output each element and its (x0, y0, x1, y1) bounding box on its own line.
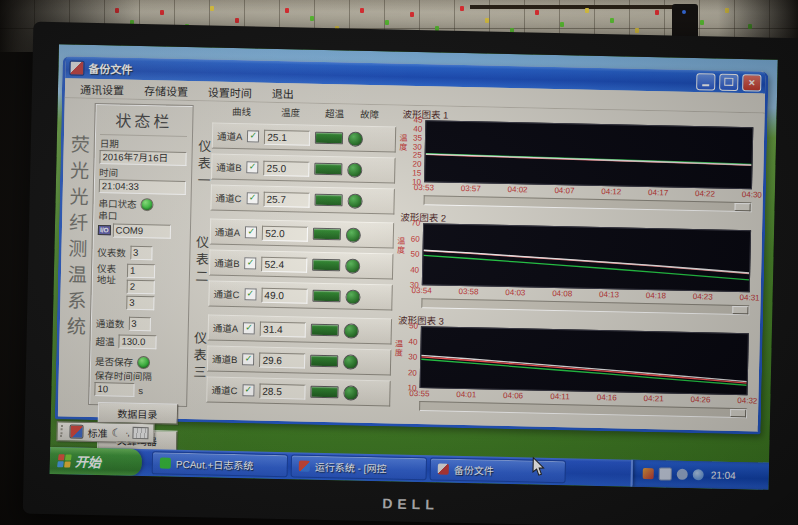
menu-comm-settings[interactable]: 通讯设置 (71, 78, 133, 99)
curve-checkbox[interactable]: ✓ (243, 322, 255, 334)
temperature-value: 25.1 (264, 129, 310, 145)
save-enabled-led[interactable] (137, 356, 150, 369)
ime-language-bar[interactable]: 标准 ☾ ·, (56, 421, 155, 443)
channel-label: 通道C (213, 287, 239, 302)
ime-mode-label[interactable]: 标准 (87, 424, 107, 439)
channel-label: 通道A (217, 129, 243, 144)
header-overtemp: 超温 (314, 106, 354, 121)
task-label: 备份文件 (454, 462, 494, 478)
punctuation-icon[interactable]: ·, (125, 428, 129, 438)
minimize-button[interactable] (696, 73, 715, 90)
status-panel-title: 状态栏 (100, 106, 188, 137)
tray-app-icon[interactable] (643, 468, 654, 479)
keyboard-icon[interactable] (133, 427, 149, 439)
menu-storage-settings[interactable]: 存储设置 (135, 79, 197, 100)
overtemp-led (315, 163, 343, 176)
channel-header-row: 曲线 温度 超温 故障 (196, 103, 396, 121)
x-tick-label: 04:01 (456, 390, 476, 399)
series-通道C (421, 359, 747, 385)
taskbar-item-log-system[interactable]: PCAut.+日志系统 (152, 451, 288, 477)
curve-checkbox[interactable]: ✓ (244, 257, 256, 269)
fault-led (343, 385, 358, 400)
x-tick-label: 03:57 (461, 184, 481, 193)
meter-address-2[interactable]: 2 (127, 280, 155, 295)
app-vertical-title: 荧光光纤测温系统 (61, 134, 92, 385)
curve-checkbox[interactable]: ✓ (245, 226, 257, 238)
tray-display-icon[interactable] (659, 467, 672, 480)
tray-network-icon[interactable] (693, 469, 704, 480)
x-tick-label: 04:03 (505, 288, 525, 297)
temperature-value: 49.0 (261, 287, 307, 303)
series-通道A (421, 355, 747, 381)
series-通道C (423, 255, 749, 280)
start-button[interactable]: 开始 (50, 447, 143, 476)
photo-scene: 备份文件 × 通讯设置 存储设置 设置时间 退出 荧光光纤测温系统 (0, 0, 798, 525)
temperature-value: 25.7 (263, 191, 309, 207)
channel-row: 通道C ✓ 28.5 (206, 376, 391, 406)
curve-checkbox[interactable]: ✓ (247, 130, 259, 142)
curve-checkbox[interactable]: ✓ (247, 161, 259, 173)
menu-exit[interactable]: 退出 (263, 82, 303, 103)
close-button[interactable]: × (742, 74, 761, 91)
overtemp-value[interactable]: 130.0 (118, 335, 156, 350)
overtemp-led (314, 194, 342, 207)
y-tick-label: 20 (408, 368, 417, 377)
curve-checkbox[interactable]: ✓ (244, 288, 256, 300)
y-tick-label: 20 (412, 160, 421, 169)
meter-address-1[interactable]: 1 (127, 264, 155, 279)
save-interval-value[interactable]: 10 (94, 382, 134, 397)
maximize-button[interactable] (719, 73, 738, 90)
channel-label: 通道C (211, 383, 237, 398)
channel-count-value[interactable]: 3 (128, 317, 150, 331)
channel-label: 通道B (212, 352, 238, 367)
ime-mode-icon[interactable] (69, 424, 83, 438)
instrument-1-name: 仪表一 (194, 119, 212, 210)
x-tick-label: 04:13 (599, 290, 619, 299)
curve-checkbox[interactable]: ✓ (242, 384, 254, 396)
meter-address-3[interactable]: 3 (126, 296, 154, 311)
curve-checkbox[interactable]: ✓ (242, 353, 254, 365)
windows-logo-icon (57, 454, 72, 467)
app-window: 备份文件 × 通讯设置 存储设置 设置时间 退出 荧光光纤测温系统 (55, 56, 769, 434)
y-tick-label: 50 (409, 321, 418, 330)
plot-area (422, 223, 751, 292)
header-curve: 曲线 (216, 104, 266, 119)
run-system-icon (299, 461, 310, 472)
menu-set-time[interactable]: 设置时间 (199, 81, 261, 102)
channel-label: 通道B (216, 160, 242, 175)
instrument-2-name: 仪表二 (192, 215, 210, 306)
taskbar-clock: 21:04 (711, 469, 736, 481)
x-tick-label: 03:54 (412, 286, 432, 295)
x-tick-label: 04:23 (693, 292, 713, 301)
y-axis: 5040302010 (401, 326, 419, 388)
channel-label: 通道A (215, 225, 241, 240)
curve-checkbox[interactable]: ✓ (246, 192, 258, 204)
channel-row: 通道C ✓ 25.7 (210, 185, 395, 215)
temperature-value: 25.0 (264, 160, 310, 176)
scrollbar-thumb[interactable] (730, 409, 746, 417)
y-tick-label: 60 (411, 234, 420, 243)
x-tick-label: 04:22 (695, 189, 715, 198)
overtemp-label: 超温 (95, 336, 114, 347)
taskbar-item-backup-file[interactable]: 备份文件 (430, 457, 566, 483)
taskbar-item-run-system[interactable]: 运行系统 - [网控 (291, 454, 427, 480)
overtemp-led (312, 290, 340, 303)
tray-usb-icon[interactable] (677, 469, 688, 480)
device-led (682, 10, 686, 14)
fullwidth-moon-icon[interactable]: ☾ (111, 427, 121, 437)
x-tick-label: 04:07 (554, 186, 574, 195)
scrollbar-thumb[interactable] (732, 306, 748, 314)
serial-port-combobox[interactable]: I/O COM9 (98, 223, 185, 239)
scrollbar-thumb[interactable] (734, 203, 750, 211)
fault-led (345, 289, 360, 304)
time-label: 时间 (99, 167, 186, 180)
x-tick-label: 03:53 (414, 183, 434, 192)
x-tick-label: 03:58 (458, 287, 478, 296)
x-tick-label: 04:16 (597, 393, 617, 402)
desktop-wallpaper: 备份文件 × 通讯设置 存储设置 设置时间 退出 荧光光纤测温系统 (50, 44, 778, 490)
meter-count-value[interactable]: 3 (130, 246, 152, 260)
drag-handle-icon[interactable] (60, 425, 65, 437)
waveform-chart-1: 波形图表 1 温度 4540353025201510 03:5303:5704:… (396, 106, 758, 216)
channel-row: 通道A ✓ 25.1 (212, 123, 397, 153)
y-tick-label: 15 (412, 169, 421, 178)
